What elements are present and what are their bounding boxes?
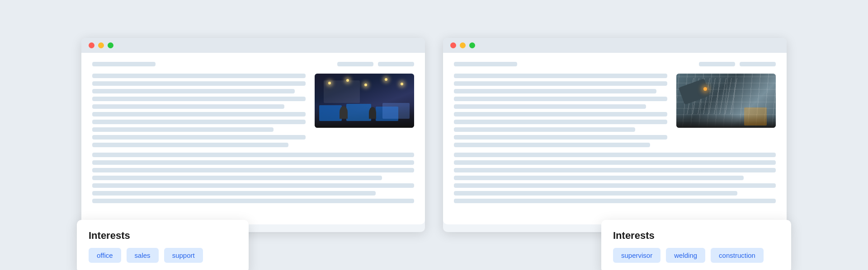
browser-window-1: Interests office sales support (81, 38, 425, 232)
interests-title-1: Interests (89, 230, 237, 242)
header-left-1 (92, 62, 156, 66)
text-line (454, 183, 776, 188)
bulb-icon (364, 84, 367, 86)
header-right-1 (337, 62, 414, 66)
browser-body-2 (443, 53, 787, 224)
interests-card-2: Interests supervisor welding constructio… (601, 220, 791, 270)
tag-welding[interactable]: welding (666, 248, 705, 263)
minimize-dot-2[interactable] (460, 42, 466, 48)
text-line (92, 168, 414, 172)
skeleton-btn-4 (740, 62, 776, 66)
monitor-icon (376, 107, 398, 121)
close-dot-1[interactable] (89, 42, 94, 48)
minimize-dot-1[interactable] (98, 42, 104, 48)
maximize-dot-1[interactable] (108, 42, 113, 48)
tags-container-1: office sales support (89, 248, 237, 263)
tag-office[interactable]: office (89, 248, 121, 263)
office-image (315, 74, 414, 128)
text-line (454, 160, 776, 165)
bulb-icon (328, 82, 331, 84)
skeleton-title-2 (454, 62, 517, 66)
person-silhouette (340, 106, 348, 119)
text-line (92, 199, 414, 203)
text-line (92, 176, 382, 180)
text-line (454, 74, 667, 78)
text-line (454, 81, 667, 86)
spark-icon (703, 87, 707, 91)
monitor-icon (346, 104, 371, 121)
interests-card-1: Interests office sales support (77, 220, 249, 270)
header-left-2 (454, 62, 517, 66)
text-line (454, 112, 667, 116)
text-line (92, 104, 284, 109)
welding-img-bg (676, 74, 776, 128)
content-area-2 (454, 74, 776, 147)
text-line (92, 135, 306, 140)
person-silhouette (369, 107, 376, 119)
bulb-icon (401, 83, 403, 85)
tag-supervisor[interactable]: supervisor (613, 248, 660, 263)
text-line (92, 81, 306, 86)
text-line (92, 153, 414, 157)
text-line (454, 191, 737, 196)
skeleton-btn-2 (378, 62, 414, 66)
skeleton-btn-3 (699, 62, 735, 66)
text-line (92, 191, 376, 196)
tag-support[interactable]: support (164, 248, 203, 263)
welding-image (676, 74, 776, 128)
office-img-bg (315, 74, 414, 128)
maximize-dot-2[interactable] (469, 42, 475, 48)
tag-construction[interactable]: construction (711, 248, 764, 263)
close-dot-2[interactable] (450, 42, 456, 48)
text-line (92, 127, 274, 132)
tag-sales[interactable]: sales (127, 248, 159, 263)
title-bar-2 (443, 38, 787, 53)
browser-window-2: Interests supervisor welding constructio… (443, 38, 787, 232)
text-line (454, 199, 776, 203)
interests-title-2: Interests (613, 230, 779, 242)
text-lines-2 (454, 74, 667, 147)
text-line (454, 104, 646, 109)
text-line (92, 74, 306, 78)
text-line (454, 127, 635, 132)
text-line (92, 120, 306, 124)
text-line (92, 89, 295, 93)
bottom-lines-1 (92, 153, 414, 203)
content-area-1 (92, 74, 414, 147)
text-line (454, 176, 744, 180)
title-bar-1 (81, 38, 425, 53)
text-line (454, 143, 650, 147)
header-area-1 (92, 62, 414, 66)
browser-body-1 (81, 53, 425, 224)
bottom-overlay (676, 114, 776, 128)
text-line (92, 97, 306, 101)
text-line (454, 168, 776, 172)
text-line (454, 135, 667, 140)
skeleton-title-1 (92, 62, 156, 66)
text-line (454, 153, 776, 157)
monitor-icon (319, 105, 342, 121)
text-line (92, 143, 288, 147)
text-line (454, 120, 667, 124)
text-line (92, 112, 306, 116)
header-area-2 (454, 62, 776, 66)
bulb-icon (385, 78, 387, 81)
text-line (92, 160, 414, 165)
bottom-lines-2 (454, 153, 776, 203)
text-line (454, 89, 656, 93)
text-lines-1 (92, 74, 306, 147)
bulb-icon (346, 79, 349, 82)
text-line (92, 183, 414, 188)
skeleton-btn-1 (337, 62, 373, 66)
text-line (454, 97, 667, 101)
tags-container-2: supervisor welding construction (613, 248, 779, 263)
header-right-2 (699, 62, 776, 66)
